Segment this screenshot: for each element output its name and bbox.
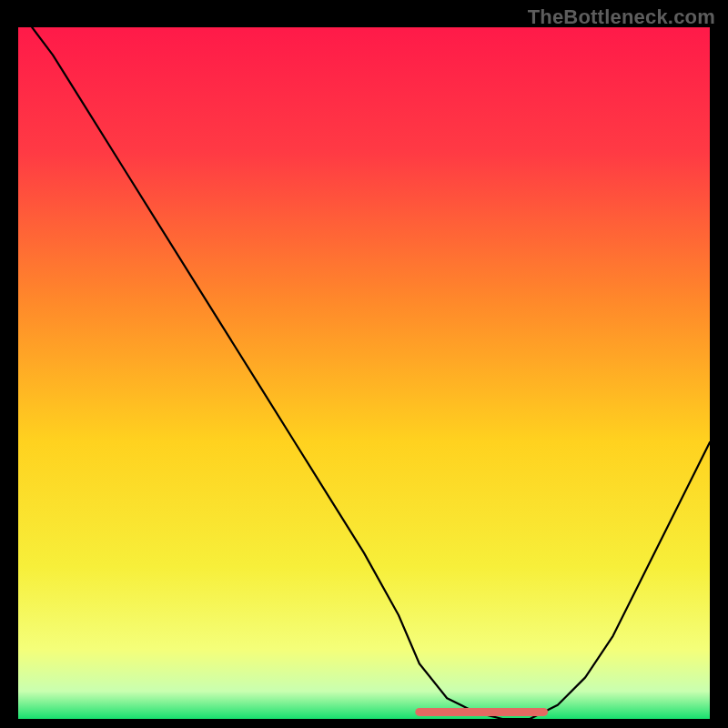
chart-container: TheBottleneck.com xyxy=(0,0,728,728)
chart-svg xyxy=(18,27,710,719)
plot-area xyxy=(18,27,710,719)
gradient-background xyxy=(18,27,710,719)
watermark: TheBottleneck.com xyxy=(528,5,715,29)
